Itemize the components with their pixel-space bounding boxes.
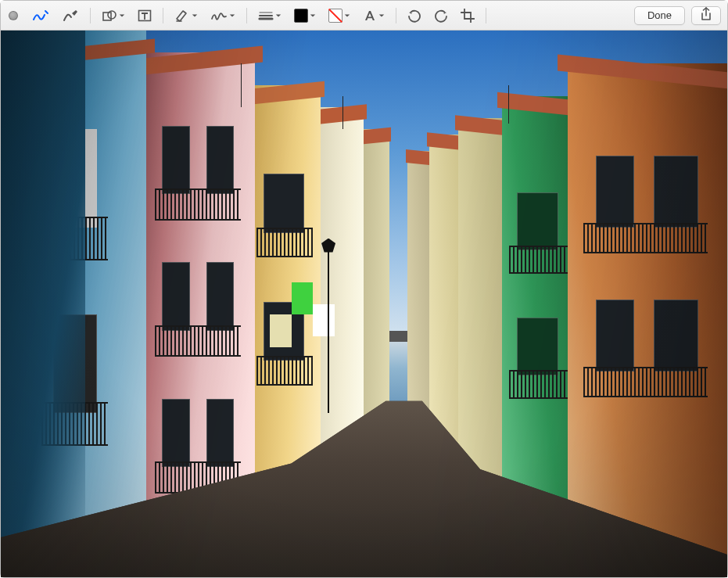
border-color-button[interactable] [288, 5, 322, 26]
svg-rect-0 [103, 13, 111, 20]
tool-group-insert [95, 5, 158, 26]
done-button[interactable]: Done [634, 6, 685, 25]
sketch-tool-button[interactable] [26, 5, 56, 26]
chevron-down-icon [275, 13, 282, 19]
chevron-down-icon [310, 13, 316, 19]
share-button[interactable] [691, 6, 721, 25]
text-icon [138, 9, 152, 23]
toolbar-divider [90, 8, 91, 23]
chevron-down-icon [119, 13, 125, 19]
shapes-tool-button[interactable] [95, 5, 131, 26]
highlight-icon [174, 9, 190, 23]
toolbar-divider [163, 8, 163, 23]
crop-icon [461, 9, 475, 23]
fill-color-button[interactable] [322, 5, 357, 26]
draw-tool-button[interactable] [56, 5, 85, 26]
done-button-label: Done [647, 9, 672, 21]
text-tool-button[interactable] [131, 5, 158, 26]
toolbar-divider [246, 8, 247, 23]
shapes-icon [102, 9, 117, 23]
fill-color-swatch [328, 9, 342, 23]
tool-group-annotate [168, 5, 242, 26]
chevron-down-icon [229, 13, 235, 19]
rotate-right-button[interactable] [428, 5, 454, 26]
sign-tool-button[interactable] [204, 5, 242, 26]
highlight-tool-button[interactable] [168, 5, 204, 26]
image-canvas[interactable] [1, 31, 727, 577]
markup-toolbar: Done [1, 1, 727, 31]
toolbar-divider [486, 8, 486, 23]
chevron-down-icon [378, 13, 385, 19]
line-style-button[interactable] [252, 5, 288, 26]
draw-icon [62, 9, 79, 23]
rotate-left-button[interactable] [401, 5, 428, 26]
line-style-icon [258, 9, 274, 23]
rotate-left-icon [407, 9, 421, 23]
rotate-right-icon [434, 9, 448, 23]
sketch-icon [32, 9, 49, 23]
tool-group-freehand [26, 5, 85, 26]
markup-window: Done [0, 0, 728, 578]
svg-point-1 [108, 11, 116, 19]
chevron-down-icon [192, 13, 198, 19]
signature-icon [210, 9, 228, 23]
chevron-down-icon [344, 13, 350, 19]
text-style-button[interactable] [357, 5, 391, 26]
border-color-swatch [294, 9, 308, 23]
toolbar-divider [396, 8, 396, 23]
share-icon [700, 7, 712, 24]
close-window-button[interactable] [9, 11, 18, 20]
tool-group-transform [401, 5, 481, 26]
tool-group-style [252, 5, 391, 26]
photo-content [1, 31, 727, 577]
crop-button[interactable] [454, 5, 481, 26]
text-style-icon [363, 9, 377, 23]
